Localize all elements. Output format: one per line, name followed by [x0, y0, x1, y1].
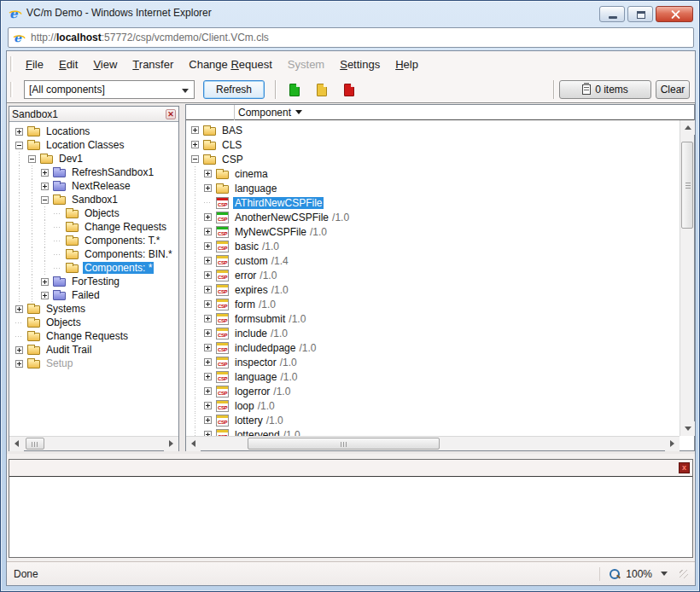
- tree-item-cls[interactable]: CLS: [191, 137, 680, 152]
- expand-icon[interactable]: [41, 292, 49, 299]
- minimize-button[interactable]: [599, 6, 625, 22]
- expand-icon[interactable]: [204, 387, 212, 395]
- tree-item-bas[interactable]: BAS: [191, 123, 680, 137]
- expand-icon[interactable]: [204, 228, 212, 235]
- expand-icon[interactable]: [204, 184, 212, 192]
- scrollbar-thumb[interactable]: [26, 438, 44, 450]
- scrollbar-thumb[interactable]: [681, 142, 693, 229]
- menu-file[interactable]: File: [18, 55, 51, 74]
- tree-item-refreshsandbox1[interactable]: RefreshSandbox1: [15, 165, 178, 179]
- tree-item-logerror[interactable]: CSPlogerror/1.0: [191, 384, 680, 398]
- expand-icon[interactable]: [204, 344, 212, 351]
- tree-item-components-t-[interactable]: Components: T.*: [15, 234, 178, 247]
- expand-icon[interactable]: [41, 278, 49, 286]
- expand-icon[interactable]: [204, 416, 212, 424]
- scroll-right-icon[interactable]: [665, 437, 680, 451]
- items-count-button[interactable]: 0 items: [559, 80, 651, 99]
- tree-item-failed[interactable]: Failed: [15, 288, 178, 302]
- horizontal-scrollbar[interactable]: [9, 436, 178, 450]
- tree-item-objects[interactable]: Objects: [15, 316, 178, 329]
- menu-help[interactable]: Help: [388, 55, 426, 74]
- component-column-header[interactable]: Component: [186, 105, 694, 120]
- tree-item-locations[interactable]: Locations: [15, 125, 178, 138]
- collapse-icon[interactable]: [41, 196, 49, 204]
- menu-change-request[interactable]: Change Request: [181, 55, 280, 74]
- menu-settings[interactable]: Settings: [332, 55, 388, 74]
- tree-item-nextrelease[interactable]: NextRelease: [15, 179, 178, 193]
- red-page-button[interactable]: [338, 78, 360, 101]
- tree-item-language[interactable]: language: [191, 181, 680, 195]
- tree-item-setup[interactable]: Setup: [15, 357, 178, 370]
- expand-icon[interactable]: [204, 170, 212, 177]
- expand-icon[interactable]: [15, 360, 23, 368]
- scroll-down-icon[interactable]: [680, 421, 695, 436]
- expand-icon[interactable]: [204, 300, 212, 308]
- zoom-level[interactable]: 100%: [626, 568, 652, 580]
- tree-item-include[interactable]: CSPinclude/1.0: [191, 326, 680, 340]
- scrollbar-thumb[interactable]: [248, 438, 440, 450]
- expand-icon[interactable]: [191, 126, 199, 134]
- panel-close-icon[interactable]: ✕: [166, 109, 176, 119]
- tree-item-change-requests[interactable]: Change Requests: [15, 329, 178, 343]
- tree-item-error[interactable]: CSPerror/1.0: [191, 268, 680, 282]
- tree-item-mynewcspfile[interactable]: CSPMyNewCSPFile/1.0: [191, 224, 680, 239]
- tree-item-fortesting[interactable]: ForTesting: [15, 275, 178, 288]
- tree-item-lottery[interactable]: CSPlottery/1.0: [191, 413, 680, 427]
- expand-icon[interactable]: [204, 271, 212, 279]
- component-filter-dropdown[interactable]: [All components]: [24, 80, 195, 99]
- close-button[interactable]: [656, 6, 693, 22]
- expand-icon[interactable]: [204, 402, 212, 409]
- collapse-icon[interactable]: [28, 155, 36, 163]
- tree-item-language[interactable]: CSPlanguage/1.0: [191, 369, 680, 384]
- tree-item-anothernewcspfile[interactable]: CSPAnotherNewCSPFile/1.0: [191, 210, 680, 224]
- tree-item-lotteryend[interactable]: CSPlotteryend/1.0: [191, 427, 680, 436]
- output-close-icon[interactable]: x: [679, 462, 690, 473]
- tree-item-change-requests[interactable]: Change Requests: [15, 220, 178, 234]
- tree-item-loop[interactable]: CSPloop/1.0: [191, 398, 680, 413]
- zoom-magnifier-icon[interactable]: [609, 568, 621, 580]
- scroll-left-icon[interactable]: [9, 437, 24, 451]
- expand-icon[interactable]: [204, 257, 212, 264]
- green-page-button[interactable]: [283, 78, 306, 101]
- expand-icon[interactable]: [204, 315, 212, 322]
- tree-item-form[interactable]: CSPform/1.0: [191, 297, 680, 311]
- expand-icon[interactable]: [204, 286, 212, 293]
- expand-icon[interactable]: [191, 141, 199, 148]
- tree-item-includedpage[interactable]: CSPincludedpage/1.0: [191, 340, 680, 355]
- tree-item-athirdnewcspfile[interactable]: CSPAThirdNewCSPFile: [191, 195, 680, 210]
- tree-item-sandbox1[interactable]: Sandbox1: [15, 193, 178, 206]
- refresh-button[interactable]: Refresh: [203, 80, 265, 99]
- tree-item-components-[interactable]: Components: *: [15, 261, 178, 275]
- expand-icon[interactable]: [41, 183, 49, 190]
- expand-icon[interactable]: [15, 128, 23, 136]
- expand-icon[interactable]: [15, 305, 23, 313]
- expand-icon[interactable]: [204, 358, 212, 366]
- expand-icon[interactable]: [15, 346, 23, 354]
- menu-transfer[interactable]: Transfer: [125, 55, 181, 74]
- tree-item-custom[interactable]: CSPcustom/1.4: [191, 253, 680, 268]
- scroll-left-icon[interactable]: [186, 437, 201, 451]
- expand-icon[interactable]: [204, 329, 212, 337]
- restore-button[interactable]: [627, 6, 653, 22]
- collapse-icon[interactable]: [191, 155, 199, 163]
- yellow-page-button[interactable]: [311, 78, 333, 101]
- tree-item-objects[interactable]: Objects: [15, 206, 178, 220]
- clear-button[interactable]: Clear: [656, 80, 690, 99]
- vertical-scrollbar[interactable]: [680, 120, 694, 436]
- url-text[interactable]: http://localhost:57772/csp/vcmdemo/Clien…: [31, 32, 269, 44]
- tree-item-dev1[interactable]: Dev1: [15, 152, 178, 165]
- tree-item-inspector[interactable]: CSPinspector/1.0: [191, 355, 680, 369]
- scroll-up-icon[interactable]: [680, 120, 695, 135]
- collapse-icon[interactable]: [15, 142, 23, 149]
- scroll-right-icon[interactable]: [164, 437, 178, 451]
- expand-icon[interactable]: [204, 242, 212, 250]
- address-bar[interactable]: e http://localhost:57772/csp/vcmdemo/Cli…: [8, 27, 694, 48]
- tree-item-expires[interactable]: CSPexpires/1.0: [191, 282, 680, 297]
- expand-icon[interactable]: [204, 213, 212, 221]
- expand-icon[interactable]: [204, 373, 212, 380]
- tree-item-systems[interactable]: Systems: [15, 302, 178, 316]
- tree-item-formsubmit[interactable]: CSPformsubmit/1.0: [191, 311, 680, 326]
- tree-item-cinema[interactable]: cinema: [191, 166, 680, 181]
- menu-edit[interactable]: Edit: [51, 55, 85, 74]
- menu-view[interactable]: View: [85, 55, 125, 74]
